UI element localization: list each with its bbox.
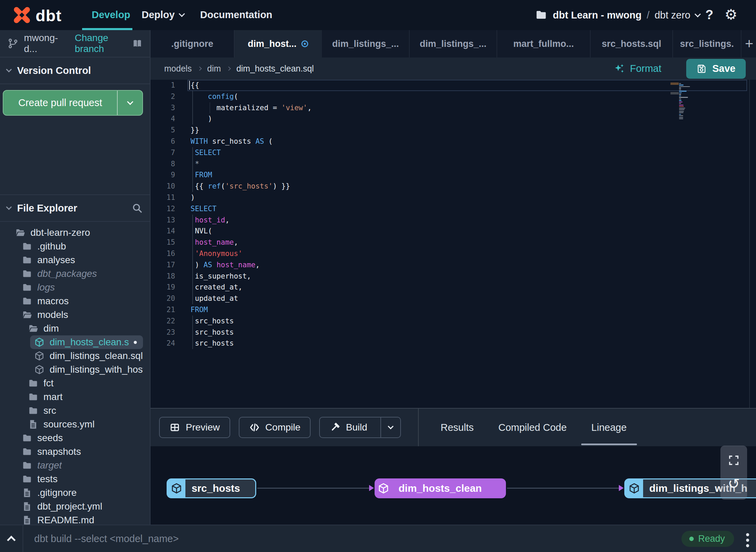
breadcrumb-dim[interactable]: dim [207, 64, 221, 74]
tree-folder-models[interactable]: models [0, 308, 150, 322]
version-control-title: Version Control [17, 65, 91, 76]
environment-name: dbt zero [654, 10, 690, 21]
tree-file-sources.yml[interactable]: sources.yml [0, 418, 150, 431]
save-button[interactable]: Save [686, 59, 746, 79]
tree-folder-analyses[interactable]: analyses [0, 253, 150, 267]
tree-folder-src[interactable]: src [0, 404, 150, 418]
tree-file-dim_hosts_clean.sql[interactable]: dim_hosts_clean.sql [0, 335, 150, 349]
editor-tab-dim_listings_...[interactable]: dim_listings_... [409, 30, 497, 57]
tree-item-label: dim_hosts_clean.sql [50, 337, 129, 348]
code-line-16[interactable]: 'Anonymous' [191, 248, 735, 259]
kebab-menu-icon[interactable] [746, 533, 749, 547]
tree-file-dbt_project.yml[interactable]: dbt_project.yml [0, 500, 150, 513]
line-number-gutter: 123456789101112131415161718192021222324 [151, 80, 175, 349]
tree-file-.gitignore[interactable]: .gitignore [0, 486, 150, 500]
docs-book-icon[interactable] [132, 38, 142, 49]
tree-folder-logs[interactable]: logs [0, 281, 150, 294]
editor-tab-dim_host...[interactable]: dim_host... [234, 30, 322, 57]
code-line-21[interactable]: FROM [191, 304, 735, 316]
lineage-node-dim_hosts_clean[interactable]: dim_hosts_clean [375, 478, 506, 498]
panel-tab-compiled-code[interactable]: Compiled Code [496, 409, 569, 446]
code-line-7[interactable]: SELECT [191, 147, 735, 158]
code-line-9[interactable]: FROM [191, 169, 735, 181]
change-branch-link[interactable]: Change branch [75, 33, 127, 54]
gear-icon[interactable]: ⚙ [725, 6, 738, 23]
nav-documentation[interactable]: Documentation [200, 9, 272, 21]
code-line-18[interactable]: is_superhost, [191, 271, 735, 282]
hammer-icon [329, 422, 340, 433]
tree-folder-dbt-learn-zero[interactable]: dbt-learn-zero [0, 226, 150, 240]
build-button[interactable]: Build [319, 417, 401, 438]
code-line-5[interactable]: }} [191, 125, 735, 136]
code-line-13[interactable]: host_id, [191, 215, 735, 226]
tree-folder-.github[interactable]: .github [0, 240, 150, 253]
tree-folder-mart[interactable]: mart [0, 390, 150, 404]
format-button[interactable]: Format [613, 63, 661, 75]
tree-folder-dbt_packages[interactable]: dbt_packages [0, 267, 150, 281]
tree-file-README.md[interactable]: README.md [0, 513, 150, 525]
editor-tab-.gitignore[interactable]: .gitignore [151, 30, 234, 57]
editor-tab-src_listings.[interactable]: src_listings. [673, 30, 741, 57]
code-line-11[interactable]: ) [191, 192, 735, 203]
code-line-10[interactable]: {{ ref('src_hosts') }} [191, 181, 735, 192]
code-line-19[interactable]: created_at, [191, 282, 735, 293]
code-line-17[interactable]: ) AS host_name, [191, 259, 735, 271]
tree-folder-seeds[interactable]: seeds [0, 431, 150, 445]
tree-folder-snapshots[interactable]: snapshots [0, 445, 150, 459]
lineage-canvas[interactable]: ↺ src_hostsdim_hosts_cleandim_listings_w… [151, 446, 756, 525]
tree-file-dim_listings_clean.sql[interactable]: dim_listings_clean.sql [0, 349, 150, 363]
sidebar: mwong-d... Change branch Version Control… [0, 30, 151, 525]
code-line-14[interactable]: NVL( [191, 226, 735, 237]
tree-folder-tests[interactable]: tests [0, 472, 150, 486]
panel-tab-lineage[interactable]: Lineage [589, 409, 629, 446]
code-line-12[interactable]: SELECT [191, 203, 735, 215]
editor-tab-dim_listings_...[interactable]: dim_listings_... [322, 30, 409, 57]
file-explorer-header[interactable]: File Explorer [0, 194, 150, 222]
nav-deploy[interactable]: Deploy [142, 9, 184, 21]
build-dropdown-button[interactable] [380, 418, 400, 437]
version-control-header[interactable]: Version Control [0, 57, 150, 84]
minimap-marker [670, 82, 679, 85]
help-icon[interactable]: ? [705, 8, 713, 22]
chevron-up-icon[interactable] [7, 536, 15, 544]
reset-view-icon[interactable]: ↺ [728, 477, 740, 491]
compile-button[interactable]: Compile [239, 417, 311, 438]
fullscreen-icon[interactable] [728, 454, 740, 466]
tree-item-label: mart [43, 391, 63, 402]
code-line-20[interactable]: updated_at [191, 293, 735, 304]
tree-file-dim_listings_with_hosts...[interactable]: dim_listings_with_hosts... [0, 363, 150, 376]
tree-folder-dim[interactable]: dim [0, 322, 150, 335]
code-line-24[interactable]: src_hosts [191, 338, 735, 349]
code-line-15[interactable]: host_name, [191, 237, 735, 248]
unsaved-changes-icon[interactable] [301, 40, 308, 47]
tree-folder-fct[interactable]: fct [0, 376, 150, 390]
nav-develop[interactable]: Develop [92, 9, 130, 21]
panel-tab-results[interactable]: Results [439, 409, 476, 446]
editor-tab-src_hosts.sql[interactable]: src_hosts.sql [590, 30, 673, 57]
code-line-2[interactable]: config( [191, 91, 735, 102]
tree-item-label: macros [37, 296, 69, 307]
code-line-23[interactable]: src_hosts [191, 327, 735, 338]
code-content[interactable]: {{ config( materialized = 'view', )}}WIT… [191, 80, 735, 349]
command-input[interactable]: dbt build --select <model_name> [34, 533, 179, 544]
code-line-1[interactable]: {{ [191, 80, 735, 91]
minimap[interactable] [679, 83, 705, 120]
code-line-4[interactable]: ) [191, 113, 735, 125]
new-tab-button[interactable]: + [741, 30, 756, 57]
editor-tab-mart_fullmo...[interactable]: mart_fullmo... [497, 30, 590, 57]
code-line-8[interactable]: * [191, 158, 735, 170]
tree-folder-target[interactable]: target [0, 459, 150, 472]
code-line-3[interactable]: materialized = 'view', [191, 102, 735, 114]
lineage-node-src_hosts[interactable]: src_hosts [167, 478, 256, 498]
pr-dropdown-button[interactable] [117, 91, 142, 115]
search-icon[interactable] [131, 202, 143, 214]
tree-folder-macros[interactable]: macros [0, 294, 150, 308]
editor-scrollbar[interactable] [749, 80, 750, 408]
code-line-6[interactable]: WITH src_hosts AS ( [191, 136, 735, 147]
breadcrumb-models[interactable]: models [164, 64, 192, 74]
code-line-22[interactable]: src_hosts [191, 316, 735, 327]
code-editor[interactable]: 123456789101112131415161718192021222324 … [151, 80, 756, 408]
preview-button[interactable]: Preview [159, 417, 230, 438]
create-pull-request-button[interactable]: Create pull request [3, 90, 143, 116]
project-selector[interactable]: dbt Learn - mwong / dbt zero [535, 0, 700, 30]
